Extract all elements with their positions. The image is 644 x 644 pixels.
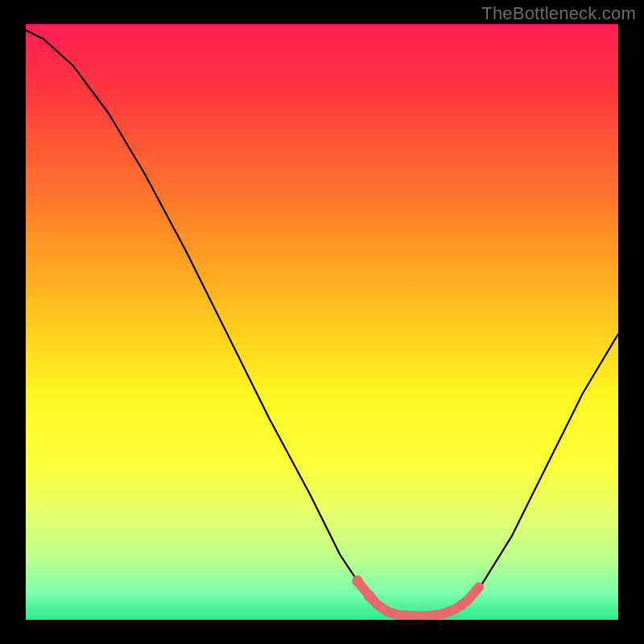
bottleneck-chart	[0, 0, 644, 644]
highlight-dot	[364, 590, 375, 601]
chart-frame: { "watermark": "TheBottleneck.com", "cha…	[0, 0, 644, 644]
highlight-dot	[352, 576, 363, 587]
plot-area	[26, 24, 618, 620]
